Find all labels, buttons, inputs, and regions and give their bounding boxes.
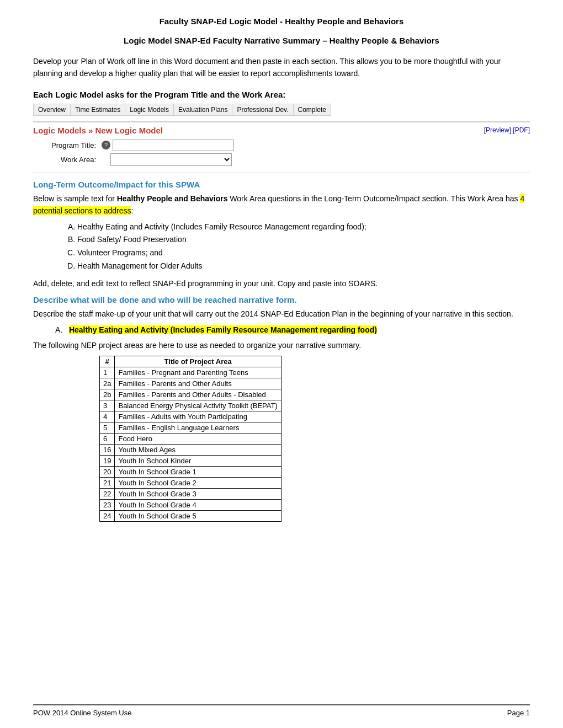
list-item-c: Volunteer Programs; and xyxy=(77,247,530,260)
table-row: 23Youth In School Grade 4 xyxy=(100,500,282,511)
table-row: 20Youth In School Grade 1 xyxy=(100,467,282,478)
describe-body: Describe the staff make-up of your unit … xyxy=(33,308,530,320)
table-cell: Families - Parents and Other Adults xyxy=(115,378,281,389)
tab-professional-dev[interactable]: Professional Dev. xyxy=(232,104,293,115)
header-title: SNAP-Ed Logic Model - Healthy People and… xyxy=(190,17,403,26)
work-area-select[interactable] xyxy=(110,153,232,166)
page-header: Faculty SNAP-Ed Logic Model - Healthy Pe… xyxy=(33,17,530,26)
table-cell: Families - Pregnant and Parenting Teens xyxy=(115,367,281,378)
table-cell: 3 xyxy=(100,400,115,411)
table-cell: Youth In School Grade 3 xyxy=(115,489,281,500)
table-cell: 19 xyxy=(100,456,115,467)
tab-overview[interactable]: Overview xyxy=(34,104,71,115)
table-cell: 5 xyxy=(100,422,115,433)
table-cell: 20 xyxy=(100,467,115,478)
footer-left: POW 2014 Online System Use xyxy=(33,709,131,717)
table-row: 16Youth Mixed Ages xyxy=(100,445,282,456)
table-cell: 22 xyxy=(100,489,115,500)
table-row: 1Families - Pregnant and Parenting Teens xyxy=(100,367,282,378)
preview-pdf-links: [Preview] [PDF] xyxy=(484,126,530,134)
long-term-after: Work Area questions in the Long-Term Out… xyxy=(227,194,520,203)
table-cell: Youth In School Grade 5 xyxy=(115,511,281,522)
long-term-heading: Long-Term Outcome/Impact for this SPWA xyxy=(33,180,530,189)
table-cell: Families - Parents and Other Adults - Di… xyxy=(115,389,281,400)
info-icon[interactable]: ? xyxy=(102,141,110,149)
table-cell: 16 xyxy=(100,445,115,456)
table-row: 22Youth In School Grade 3 xyxy=(100,489,282,500)
preview-link[interactable]: [Preview] xyxy=(484,126,511,134)
section-a-letter: A. xyxy=(55,325,69,334)
intro-text: Develop your Plan of Work off line in th… xyxy=(33,55,530,80)
table-cell: Youth In School Grade 4 xyxy=(115,500,281,511)
table-cell: Youth Mixed Ages xyxy=(115,445,281,456)
table-cell: Balanced Energy Physical Activity Toolki… xyxy=(115,400,281,411)
section-a-highlight: Healthy Eating and Activity (Includes Fa… xyxy=(69,325,377,334)
table-cell: Youth In School Grade 2 xyxy=(115,478,281,489)
table-row: 19Youth In School Kinder xyxy=(100,456,282,467)
program-title-input[interactable] xyxy=(113,140,234,151)
section-title-box: Logic Model SNAP-Ed Faculty Narrative Su… xyxy=(33,36,530,45)
table-cell: Families - Adults with Youth Participati… xyxy=(115,411,281,422)
nav-tabs-container: Overview Time Estimates Logic Models Eva… xyxy=(33,104,331,116)
table-header-row: # Title of Project Area xyxy=(100,356,282,367)
table-row: 24Youth In School Grade 5 xyxy=(100,511,282,522)
work-area-row: Work Area: xyxy=(33,153,530,166)
table-row: 4Families - Adults with Youth Participat… xyxy=(100,411,282,422)
work-area-label: Work Area: xyxy=(33,156,99,164)
nep-text: The following NEP project areas are here… xyxy=(33,339,530,351)
table-body: 1Families - Pregnant and Parenting Teens… xyxy=(100,367,282,522)
alpha-list: Healthy Eating and Activity (Includes Fa… xyxy=(77,221,530,273)
table-cell: Youth In School Grade 1 xyxy=(115,467,281,478)
table-row: 21Youth In School Grade 2 xyxy=(100,478,282,489)
program-title-label: Program Title: xyxy=(33,141,99,149)
long-term-colon: : xyxy=(131,206,133,215)
list-item-a: Healthy Eating and Activity (Includes Fa… xyxy=(77,221,530,234)
table-row: 2aFamilies - Parents and Other Adults xyxy=(100,378,282,389)
col-title: Title of Project Area xyxy=(115,356,281,367)
col-number: # xyxy=(100,356,115,367)
tab-time-estimates[interactable]: Time Estimates xyxy=(71,104,125,115)
table-cell: 21 xyxy=(100,478,115,489)
section-title: Logic Model SNAP-Ed Faculty Narrative Su… xyxy=(33,36,530,45)
footer-right: Page 1 xyxy=(507,709,530,717)
table-cell: 23 xyxy=(100,500,115,511)
logic-model-title: Logic Models » New Logic Model xyxy=(33,126,163,135)
table-cell: Youth In School Kinder xyxy=(115,456,281,467)
section-a-paragraph: A. Healthy Eating and Activity (Includes… xyxy=(33,324,530,336)
table-cell: 1 xyxy=(100,367,115,378)
program-title-row: Program Title: ? xyxy=(33,140,530,151)
page-footer: POW 2014 Online System Use Page 1 xyxy=(33,704,530,717)
table-cell: 24 xyxy=(100,511,115,522)
asks-heading: Each Logic Model asks for the Program Ti… xyxy=(33,90,530,99)
table-row: 6Food Hero xyxy=(100,433,282,445)
long-term-bold: Healthy People and Behaviors xyxy=(117,194,228,203)
pdf-link[interactable]: [PDF] xyxy=(513,126,530,134)
header-prefix: Faculty xyxy=(160,17,191,26)
table-row: 2bFamilies - Parents and Other Adults - … xyxy=(100,389,282,400)
table-cell: 2b xyxy=(100,389,115,400)
table-cell: Food Hero xyxy=(115,433,281,445)
divider-1 xyxy=(33,173,530,173)
project-table: # Title of Project Area 1Families - Preg… xyxy=(99,356,282,522)
table-cell: Families - English Language Learners xyxy=(115,422,281,433)
list-item-d: Health Management for Older Adults xyxy=(77,260,530,273)
table-row: 3Balanced Energy Physical Activity Toolk… xyxy=(100,400,282,411)
table-cell: 2a xyxy=(100,378,115,389)
logic-model-header: Logic Models » New Logic Model [Preview]… xyxy=(33,121,530,135)
table-row: 5Families - English Language Learners xyxy=(100,422,282,433)
tab-evaluation-plans[interactable]: Evaluation Plans xyxy=(174,104,232,115)
long-term-body: Below is sample text for Healthy People … xyxy=(33,192,530,217)
list-item-b: Food Safety/ Food Preservation xyxy=(77,233,530,247)
tab-complete[interactable]: Complete xyxy=(294,104,331,115)
table-cell: 6 xyxy=(100,433,115,445)
add-delete-text: Add, delete, and edit text to reflect SN… xyxy=(33,277,530,290)
table-cell: 4 xyxy=(100,411,115,422)
tab-logic-models[interactable]: Logic Models xyxy=(125,104,174,115)
long-term-before: Below is sample text for xyxy=(33,194,117,203)
describe-heading: Describe what will be done and who will … xyxy=(33,295,530,304)
